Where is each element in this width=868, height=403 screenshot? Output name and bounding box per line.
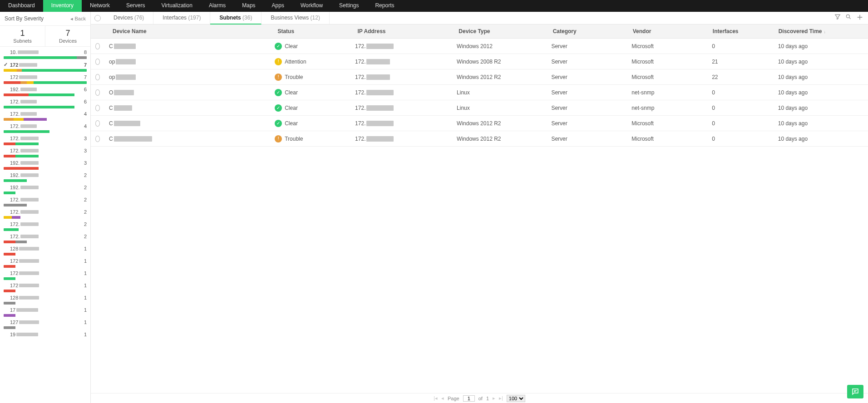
search-icon[interactable] (845, 14, 852, 22)
subnet-item[interactable]: 1727 (4, 74, 87, 86)
row-select[interactable] (91, 105, 104, 111)
subnet-list[interactable]: 10.8✓17271727192.6172.6172.4172.4172.317… (0, 47, 90, 403)
subnet-item[interactable]: 172.4 (4, 123, 87, 135)
tab-bar: Devices (76)Interfaces (197)Subnets (36)… (91, 12, 868, 25)
page-label: Page (448, 396, 459, 401)
col-vendor[interactable]: Vendor (628, 25, 708, 38)
sidebar: Sort By Severity Back 1Subnets7Devices 1… (0, 12, 91, 403)
status-icon: ✓ (275, 104, 282, 112)
device-type: Windows 2012 R2 (452, 120, 547, 127)
page-prev[interactable]: ◂ (441, 395, 444, 401)
subnet-item[interactable]: 1721 (4, 282, 87, 294)
subnet-item[interactable]: 10.8 (4, 49, 87, 61)
subnet-item[interactable]: 172.2 (4, 221, 87, 233)
discovered-time: 10 days ago (774, 89, 868, 96)
col-interfaces[interactable]: Interfaces (708, 25, 774, 38)
nav-dashboard[interactable]: Dashboard (0, 0, 43, 12)
row-select[interactable] (91, 136, 104, 142)
add-icon[interactable] (856, 14, 863, 22)
counter-subnets[interactable]: 1Subnets (0, 26, 45, 46)
ip-address: 172. (355, 136, 448, 142)
subnet-item[interactable]: 192.3 (4, 159, 87, 172)
row-select[interactable] (91, 43, 104, 49)
col-discovered[interactable]: Discovered Time↓ (774, 25, 868, 38)
page-last[interactable]: ▸| (499, 395, 503, 401)
nav-alarms[interactable]: Alarms (201, 0, 234, 12)
page-size[interactable]: 100 (507, 395, 525, 402)
table-row[interactable]: op!Trouble172.Windows 2012 R2ServerMicro… (91, 69, 868, 85)
nav-maps[interactable]: Maps (234, 0, 263, 12)
nav-inventory[interactable]: Inventory (43, 0, 82, 12)
subnet-item[interactable]: 172.2 (4, 233, 87, 245)
sort-by-label[interactable]: Sort By Severity (5, 15, 44, 22)
table-row[interactable]: C✓Clear172.Windows 2012ServerMicrosoft01… (91, 39, 868, 54)
discovered-time: 10 days ago (774, 43, 868, 49)
row-select[interactable] (91, 89, 104, 96)
col-category[interactable]: Category (548, 25, 628, 38)
table-row[interactable]: O✓Clear172.LinuxServernet-snmp010 days a… (91, 85, 868, 100)
tab-interfaces[interactable]: Interfaces (197) (153, 12, 210, 24)
nav-network[interactable]: Network (82, 0, 118, 12)
subnet-item[interactable]: 192.6 (4, 86, 87, 98)
device-type: Windows 2008 R2 (452, 59, 547, 65)
subnet-item[interactable]: 1281 (4, 294, 87, 306)
counter-devices[interactable]: 7Devices (45, 26, 90, 46)
subnet-item[interactable]: 191 (4, 331, 87, 343)
subnet-item[interactable]: 1271 (4, 319, 87, 331)
page-first[interactable]: |◂ (434, 395, 438, 401)
table-row[interactable]: op!Attention172.Windows 2008 R2ServerMic… (91, 54, 868, 69)
page-next[interactable]: ▸ (493, 395, 495, 401)
table-row[interactable]: C✓Clear172.LinuxServernet-snmp010 days a… (91, 100, 868, 116)
table-row[interactable]: C!Trouble172.Windows 2012 R2ServerMicros… (91, 131, 868, 147)
subnet-item[interactable]: 172.2 (4, 208, 87, 221)
status-cell: ✓Clear (270, 89, 350, 96)
col-ip[interactable]: IP Address (353, 25, 454, 38)
back-button[interactable]: Back (70, 16, 86, 22)
nav-apps[interactable]: Apps (264, 0, 292, 12)
nav-virtualization[interactable]: Virtualization (153, 0, 200, 12)
interfaces-count: 21 (707, 59, 774, 65)
status-icon: ✓ (275, 89, 282, 96)
subnet-item[interactable]: 172.3 (4, 135, 87, 147)
pagination: |◂ ◂ Page of 1 ▸ ▸| 100 (91, 393, 868, 403)
row-select[interactable] (91, 120, 104, 127)
tab-devices[interactable]: Devices (76) (104, 12, 153, 24)
subnet-item[interactable]: 172.4 (4, 110, 87, 123)
subnet-item[interactable]: 171 (4, 306, 87, 319)
subnet-item[interactable]: 172.2 (4, 196, 87, 208)
nav-settings[interactable]: Settings (331, 0, 367, 12)
discovered-time: 10 days ago (774, 105, 868, 111)
device-type: Windows 2012 R2 (452, 74, 547, 80)
status-cell: ✓Clear (270, 120, 350, 127)
subnet-item[interactable]: 172.3 (4, 147, 87, 159)
subnet-item[interactable]: 192.2 (4, 172, 87, 184)
page-input[interactable] (463, 395, 475, 402)
status-icon: ✓ (275, 120, 282, 127)
col-device-name[interactable]: Device Name (104, 25, 273, 38)
subnet-item[interactable]: ✓1727 (4, 61, 87, 74)
nav-servers[interactable]: Servers (118, 0, 153, 12)
row-select[interactable] (91, 74, 104, 80)
interfaces-count: 0 (707, 120, 774, 127)
interfaces-count: 0 (707, 105, 774, 111)
subnet-item[interactable]: 1281 (4, 245, 87, 257)
tab-business-views[interactable]: Business Views (12) (261, 12, 330, 24)
col-status[interactable]: Status (273, 25, 353, 38)
ip-address: 172. (355, 105, 448, 111)
category: Server (547, 43, 627, 49)
row-select[interactable] (91, 59, 104, 65)
subnet-item[interactable]: 1721 (4, 257, 87, 270)
subnet-item[interactable]: 172.6 (4, 98, 87, 110)
subnet-item[interactable]: 1721 (4, 270, 87, 282)
col-type[interactable]: Device Type (454, 25, 548, 38)
nav-workflow[interactable]: Workflow (292, 0, 331, 12)
status-cell: !Attention (270, 58, 350, 65)
interfaces-count: 0 (707, 43, 774, 49)
filter-icon[interactable] (834, 14, 841, 22)
chat-button[interactable] (847, 385, 863, 398)
table-row[interactable]: C✓Clear172.Windows 2012 R2ServerMicrosof… (91, 116, 868, 131)
subnet-item[interactable]: 192.2 (4, 184, 87, 196)
nav-reports[interactable]: Reports (367, 0, 402, 12)
tab-subnets[interactable]: Subnets (36) (210, 12, 261, 25)
select-all[interactable] (91, 15, 104, 21)
